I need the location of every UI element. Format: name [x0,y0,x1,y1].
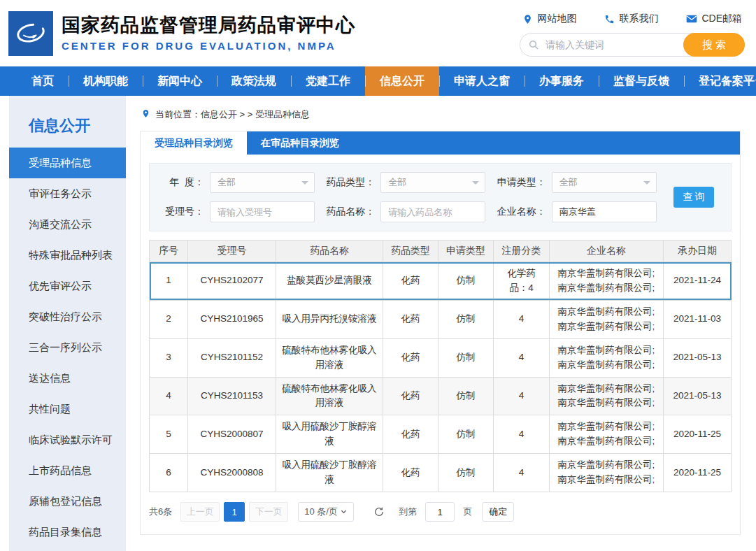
contact-link[interactable]: 联系我们 [604,13,658,25]
page-number-1[interactable]: 1 [224,502,245,522]
table-row-1[interactable]: 1CYHS2102077盐酸莫西沙星滴眼液化药仿制化学药品：4南京华盖制药有限公… [150,262,732,301]
query-button[interactable]: 查询 [673,187,714,208]
table-cell: 仿制 [438,300,494,338]
goto-suffix: 页 [463,506,472,518]
table-cell: 南京华盖制药有限公司;南京华盖制药有限公司; [550,300,664,338]
sidebar-item-11[interactable]: 上市药品信息 [9,455,126,486]
company-input[interactable] [552,201,657,222]
contact-label: 联系我们 [619,13,658,25]
table-cell: 2021-11-03 [664,300,732,338]
table-cell: 南京华盖制药有限公司;南京华盖制药有限公司; [550,377,664,415]
drug-type-label: 药品类型： [323,176,375,189]
table-cell: 4 [494,415,550,454]
phone-icon [604,14,615,24]
table-cell: 1 [150,262,188,301]
sidebar-item-9[interactable]: 共性问题 [9,394,126,424]
sidebar-item-3[interactable]: 沟通交流公示 [9,209,126,240]
body-wrap: 信息公开 受理品种信息审评任务公示沟通交流公示特殊审批品种列表优先审评公示突破性… [0,96,756,551]
sidebar-item-13[interactable]: 药品目录集信息 [9,517,126,548]
sidebar-item-1[interactable]: 受理品种信息 [9,148,126,178]
apply-type-select[interactable]: 全部 [552,172,657,193]
mailbox-link[interactable]: CDE邮箱 [686,13,742,25]
site-header: 国家药品监督管理局药品审评中心 CENTER FOR DRUG EVALUATI… [0,0,756,66]
table-cell: 化学药品：4 [494,262,550,301]
next-page-button[interactable]: 下一页 [249,502,288,522]
sidebar-item-14[interactable]: 重点工作 [9,548,126,551]
nav-item-3[interactable]: 新闻中心 [143,66,217,96]
table-cell: 硫酸特布他林雾化吸入用溶液 [276,338,383,377]
brand-text: 国家药品监督管理局药品审评中心 CENTER FOR DRUG EVALUATI… [62,15,355,52]
nav-item-9[interactable]: 监督与反馈 [599,66,684,96]
drug-type-field: 药品类型： 全部 [323,172,490,193]
table-row-6[interactable]: 6CYHS2000808吸入用硫酸沙丁胺醇溶液化药仿制4南京华盖制药有限公司;南… [150,454,732,492]
sidebar-item-7[interactable]: 三合一序列公示 [9,332,126,363]
year-select[interactable]: 全部 [210,172,315,193]
main-nav: 首页机构职能新闻中心政策法规党建工作信息公开申请人之窗办事服务监督与反馈登记备案… [0,66,756,96]
table-row-5[interactable]: 5CYHS2000807吸入用硫酸沙丁胺醇溶液化药仿制4南京华盖制药有限公司;南… [150,415,732,454]
table-row-3[interactable]: 3CYHS2101152硫酸特布他林雾化吸入用溶液化药仿制4南京华盖制药有限公司… [150,338,732,377]
table-cell: 吸入用硫酸沙丁胺醇溶液 [276,415,383,454]
filter-box: 年 度： 全部 药品类型： 全部 [149,163,732,231]
nav-item-7[interactable]: 申请人之窗 [439,66,525,96]
tab-under-review-catalog[interactable]: 在审品种目录浏览 [247,131,353,155]
sidebar-item-4[interactable]: 特殊审批品种列表 [9,240,126,271]
accept-no-field: 受理号： [152,201,319,222]
table-cell: 仿制 [438,454,494,492]
sidebar: 信息公开 受理品种信息审评任务公示沟通交流公示特殊审批品种列表优先审评公示突破性… [9,96,126,551]
page-size-select[interactable]: 10 条/页 [298,502,354,522]
mailbox-label: CDE邮箱 [701,13,742,25]
refresh-icon[interactable] [373,506,385,517]
table-cell: 硫酸特布他林雾化吸入用溶液 [276,377,383,415]
nav-item-8[interactable]: 办事服务 [525,66,599,96]
filter-grid: 年 度： 全部 药品类型： 全部 [152,172,661,222]
search-button[interactable]: 搜索 [683,33,745,57]
sidebar-menu: 受理品种信息审评任务公示沟通交流公示特殊审批品种列表优先审评公示突破性治疗公示三… [9,148,126,551]
table-cell: 化药 [383,262,438,301]
sidebar-item-5[interactable]: 优先审评公示 [9,271,126,301]
table-cell: CYHS2101965 [188,300,276,338]
goto-page-input[interactable] [425,502,455,522]
nav-item-5[interactable]: 党建工作 [291,66,365,96]
prev-page-button[interactable]: 上一页 [180,502,220,522]
table-cell: 3 [150,338,188,377]
quick-links: 网站地图 联系我们 CDE邮箱 [522,13,745,25]
sidebar-item-2[interactable]: 审评任务公示 [9,178,126,209]
column-header: 受理号 [188,241,276,262]
sidebar-item-10[interactable]: 临床试验默示许可 [9,424,126,455]
brand: 国家药品监督管理局药品审评中心 CENTER FOR DRUG EVALUATI… [8,11,355,56]
drug-name-field: 药品名称： [323,201,490,222]
table-cell: 2 [150,300,188,338]
breadcrumb-text: 当前位置：信息公开 > > 受理品种信息 [155,108,310,121]
accept-no-input[interactable] [210,201,315,222]
nav-item-1[interactable]: 首页 [17,66,69,96]
column-header: 注册分类 [494,241,550,262]
table-cell: 2021-11-24 [664,262,732,301]
sidebar-item-8[interactable]: 送达信息 [9,363,126,394]
table-row-2[interactable]: 2CYHS2101965吸入用异丙托溴铵溶液化药仿制4南京华盖制药有限公司;南京… [150,300,732,338]
table-cell: 盐酸莫西沙星滴眼液 [276,262,383,301]
drug-name-label: 药品名称： [323,206,375,218]
sitemap-link[interactable]: 网站地图 [522,13,576,25]
nav-item-10[interactable]: 登记备案平台 [684,66,756,96]
chevron-down-icon [301,181,308,188]
tab-accepted-catalog[interactable]: 受理品种目录浏览 [141,131,247,155]
table-row-4[interactable]: 4CYHS2101153硫酸特布他林雾化吸入用溶液化药仿制4南京华盖制药有限公司… [150,377,732,415]
nav-item-2[interactable]: 机构职能 [69,66,143,96]
main-content: 当前位置：信息公开 > > 受理品种信息 受理品种目录浏览 在审品种目录浏览 年… [126,96,756,551]
drug-type-select[interactable]: 全部 [380,172,485,193]
company-label: 企业名称： [494,206,546,218]
column-header: 企业名称 [550,241,664,262]
table-cell: 6 [150,454,188,492]
table-cell: 5 [150,415,188,454]
sidebar-item-12[interactable]: 原辅包登记信息 [9,486,126,517]
table-cell: 2021-05-13 [664,338,732,377]
table-cell: CYHS2000807 [188,415,276,454]
table-cell: 仿制 [438,262,494,301]
confirm-button[interactable]: 确定 [482,502,514,522]
drug-name-input[interactable] [380,201,485,222]
table-cell: CYHS2101153 [188,377,276,415]
nav-item-6[interactable]: 信息公开 [365,66,439,96]
table-cell: 吸入用异丙托溴铵溶液 [276,300,383,338]
nav-item-4[interactable]: 政策法规 [217,66,291,96]
sidebar-item-6[interactable]: 突破性治疗公示 [9,301,126,332]
